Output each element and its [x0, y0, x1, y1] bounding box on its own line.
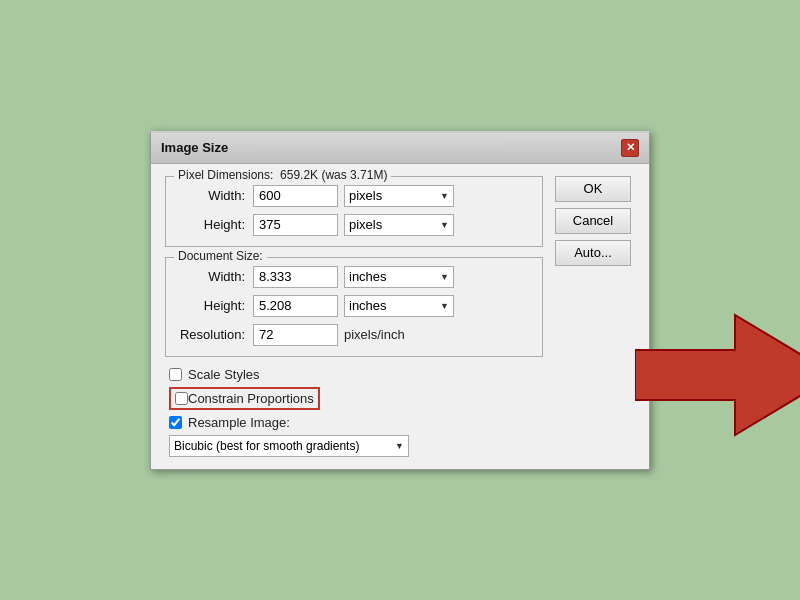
dialog-title: Image Size — [161, 140, 228, 155]
doc-height-label: Height: — [178, 298, 253, 313]
auto-button[interactable]: Auto... — [555, 240, 631, 266]
doc-width-label: Width: — [178, 269, 253, 284]
pixel-height-unit-wrapper: pixels percent — [344, 214, 454, 236]
resolution-row: Resolution: pixels/inch — [178, 324, 530, 346]
resample-select-container: Nearest Neighbor Bilinear Bicubic (best … — [165, 435, 543, 457]
constrain-proportions-checkbox[interactable] — [175, 392, 188, 405]
right-panel: OK Cancel Auto... — [555, 176, 635, 457]
doc-height-row: Height: inches cm mm points picas column… — [178, 295, 530, 317]
pixel-width-unit-wrapper: pixels percent — [344, 185, 454, 207]
ok-button[interactable]: OK — [555, 176, 631, 202]
resolution-unit-text: pixels/inch — [344, 327, 405, 342]
constrain-proportions-row: Constrain Proportions — [165, 387, 543, 410]
pixel-height-input[interactable] — [253, 214, 338, 236]
resolution-input[interactable] — [253, 324, 338, 346]
resolution-label: Resolution: — [178, 327, 253, 342]
cancel-button[interactable]: Cancel — [555, 208, 631, 234]
resample-select-wrapper: Nearest Neighbor Bilinear Bicubic (best … — [169, 435, 409, 457]
scale-styles-checkbox[interactable] — [169, 368, 182, 381]
background: Image Size ✕ Pixel Dimensions: 659.2K (w… — [0, 0, 800, 600]
constrain-proportions-label: Constrain Proportions — [188, 391, 314, 406]
resample-select[interactable]: Nearest Neighbor Bilinear Bicubic (best … — [169, 435, 409, 457]
pixel-height-row: Height: pixels percent — [178, 214, 530, 236]
pixel-width-unit-select[interactable]: pixels percent — [344, 185, 454, 207]
pixel-dimensions-group: Pixel Dimensions: 659.2K (was 3.71M) Wid… — [165, 176, 543, 247]
scale-styles-label: Scale Styles — [188, 367, 260, 382]
pixel-dimensions-label: Pixel Dimensions: 659.2K (was 3.71M) — [174, 168, 391, 182]
resample-image-checkbox[interactable] — [169, 416, 182, 429]
doc-width-unit-wrapper: inches cm mm points picas columns — [344, 266, 454, 288]
options-section: Scale Styles Constrain Proportions Resam… — [165, 367, 543, 457]
doc-height-unit-wrapper: inches cm mm points picas columns — [344, 295, 454, 317]
scale-styles-row: Scale Styles — [165, 367, 543, 382]
pixel-height-unit-select[interactable]: pixels percent — [344, 214, 454, 236]
pixel-width-row: Width: pixels percent — [178, 185, 530, 207]
resample-image-label: Resample Image: — [188, 415, 290, 430]
doc-height-input[interactable] — [253, 295, 338, 317]
pixel-width-label: Width: — [178, 188, 253, 203]
document-size-group: Document Size: Width: inches cm mm point… — [165, 257, 543, 357]
constrain-proportions-highlight: Constrain Proportions — [169, 387, 320, 410]
resample-row: Resample Image: — [165, 415, 543, 430]
dialog-wrapper: Image Size ✕ Pixel Dimensions: 659.2K (w… — [150, 131, 650, 470]
title-bar: Image Size ✕ — [151, 133, 649, 164]
close-button[interactable]: ✕ — [621, 139, 639, 157]
red-arrow-indicator — [635, 310, 800, 440]
doc-width-input[interactable] — [253, 266, 338, 288]
pixel-height-label: Height: — [178, 217, 253, 232]
doc-width-row: Width: inches cm mm points picas columns — [178, 266, 530, 288]
left-panel: Pixel Dimensions: 659.2K (was 3.71M) Wid… — [165, 176, 543, 457]
pixel-width-input[interactable] — [253, 185, 338, 207]
doc-height-unit-select[interactable]: inches cm mm points picas columns — [344, 295, 454, 317]
image-size-dialog: Image Size ✕ Pixel Dimensions: 659.2K (w… — [150, 131, 650, 470]
svg-marker-0 — [635, 315, 800, 435]
dialog-body: Pixel Dimensions: 659.2K (was 3.71M) Wid… — [151, 164, 649, 469]
document-size-label: Document Size: — [174, 249, 267, 263]
doc-width-unit-select[interactable]: inches cm mm points picas columns — [344, 266, 454, 288]
